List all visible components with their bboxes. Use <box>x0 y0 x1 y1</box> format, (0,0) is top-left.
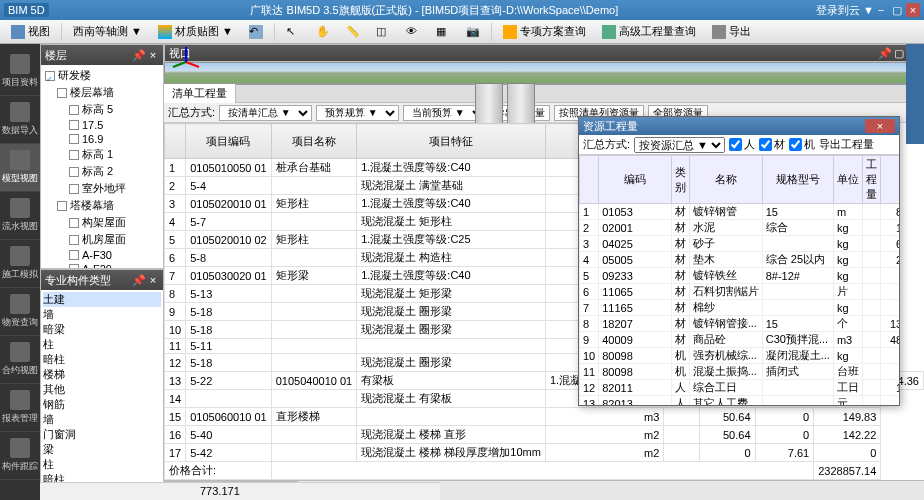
tree-node[interactable]: 门窗洞 <box>43 427 161 442</box>
grid-header[interactable]: 规格型号 <box>762 156 833 204</box>
toolbar-view[interactable]: 视图 <box>4 21 57 42</box>
grid-row[interactable]: 509233材镀锌铁丝8#-12#kg11.8353.8545.56 <box>580 268 900 284</box>
floor-tree[interactable]: 研发楼楼层幕墙标高 517.516.9标高 1标高 2室外地坪塔楼幕墙构架屋面机… <box>41 65 163 268</box>
qty-tab[interactable]: 清单工程量 <box>164 84 236 103</box>
grid-row[interactable]: 1080098机强夯机械综...凝闭混凝土...kg2.175996.19216… <box>580 348 900 364</box>
tree-node[interactable]: 17.5 <box>43 118 161 132</box>
tree-node[interactable]: 其他 <box>43 382 161 397</box>
grid-row[interactable]: 304025材砂子kg683.0440.0427.32 <box>580 236 900 252</box>
sidebar-item-2[interactable]: 模型视图 <box>0 144 40 192</box>
panel-close-icon[interactable]: × <box>147 49 159 61</box>
toolbar-isolate[interactable]: ▦ <box>429 22 457 42</box>
grid-header[interactable]: 项目编码 <box>186 124 271 159</box>
tree-node[interactable]: 16.9 <box>43 132 161 146</box>
viewport-3d[interactable] <box>164 62 924 84</box>
minimize-button[interactable]: − <box>874 3 888 17</box>
grid-row[interactable]: 1382013人其它人工费元67.628167.63 <box>580 396 900 406</box>
tree-node[interactable]: 钢筋 <box>43 397 161 412</box>
maximize-icon[interactable]: ▢ <box>893 47 905 59</box>
checkbox[interactable] <box>69 235 79 245</box>
grid-header[interactable]: 项目名称 <box>271 124 356 159</box>
sidebar-item-1[interactable]: 数据导入 <box>0 96 40 144</box>
tree-node[interactable]: 构架屋面 <box>43 214 161 231</box>
grid-row[interactable]: 818207材镀锌钢管接...15个1383.8410.52719.6 <box>580 316 900 332</box>
toolbar-hide[interactable]: 👁 <box>399 22 427 42</box>
component-type-tree[interactable]: 土建墙暗梁柱暗柱楼梯其他钢筋墙门窗洞梁柱暗柱其他给排水管道(水)阀门法兰(水)管… <box>41 290 163 500</box>
sidebar-item-3[interactable]: 流水视图 <box>0 192 40 240</box>
toolbar-camera[interactable]: 📷 <box>459 22 487 42</box>
tree-node[interactable]: 标高 2 <box>43 163 161 180</box>
grid-header[interactable]: 单位 <box>833 156 862 204</box>
tree-node[interactable]: A-F30 <box>43 248 161 262</box>
toolbar-select[interactable]: ↖ <box>279 22 307 42</box>
checkbox[interactable] <box>69 105 79 115</box>
grid-header[interactable]: 名称 <box>689 156 762 204</box>
toolbar-pan[interactable]: ✋ <box>309 22 337 42</box>
check-material[interactable]: 材 <box>759 137 785 152</box>
resource-export-button[interactable]: 导出工程量 <box>819 137 874 152</box>
grid-row[interactable]: 405005材垫木综合 25以内kg262.0590.45117.93 <box>580 252 900 268</box>
checkbox[interactable] <box>57 88 67 98</box>
grid-header[interactable] <box>165 124 186 159</box>
grid-row[interactable]: 202001材水泥综合kg113.2770.3741.91 <box>580 220 900 236</box>
tree-node[interactable]: 标高 1 <box>43 146 161 163</box>
tree-node[interactable]: 墙 <box>43 307 161 322</box>
sidebar-item-0[interactable]: 项目资料 <box>0 48 40 96</box>
checkbox[interactable] <box>57 201 67 211</box>
checkbox[interactable] <box>69 250 79 260</box>
toolbar-adv-qty-query[interactable]: 高级工程量查询 <box>595 21 703 42</box>
grid-row[interactable]: 711165材棉纱kg19.4434.6790.8 <box>580 300 900 316</box>
tree-node[interactable]: 楼层幕墙 <box>43 84 161 101</box>
tree-node[interactable]: 土建 <box>43 292 161 307</box>
check-labor[interactable]: 人 <box>729 137 755 152</box>
grid-row[interactable]: 611065材石料切割锯片片5.25316.3886.04 <box>580 284 900 300</box>
tree-node[interactable]: 梁 <box>43 442 161 457</box>
right-collapsed-panel[interactable] <box>906 44 924 144</box>
check-machine[interactable]: 机 <box>789 137 815 152</box>
checkbox[interactable] <box>69 218 79 228</box>
toolbar-special-query[interactable]: 专项方案查询 <box>496 21 593 42</box>
resource-grid[interactable]: 编码类别名称规格型号单位工程量单价合价(元)101053材镀锌钢管15m862.… <box>579 155 899 405</box>
tree-node[interactable]: 塔楼幕墙 <box>43 197 161 214</box>
checkbox[interactable] <box>69 264 79 268</box>
filter-mode-select-1[interactable]: 按清单汇总 ▼ <box>219 105 312 121</box>
grid-row[interactable]: 175-42现浇混凝土 楼梯 梯段厚度增加10mmm207.610 <box>165 444 924 462</box>
sidebar-item-7[interactable]: 报表管理 <box>0 384 40 432</box>
axis-gizmo[interactable] <box>171 47 201 77</box>
maximize-button[interactable]: ▢ <box>890 3 904 17</box>
tree-node[interactable]: 暗梁 <box>43 322 161 337</box>
grid-row[interactable]: 101053材镀锌钢管15m862.2593.993440.41 <box>580 204 900 220</box>
toolbar-measure[interactable]: 📏 <box>339 22 367 42</box>
pin-icon[interactable]: 📌 <box>133 274 145 286</box>
checkbox[interactable] <box>69 150 79 160</box>
filter-mode-select-2[interactable]: 预算规算 ▼ <box>316 105 399 121</box>
checkbox[interactable] <box>69 134 79 144</box>
grid-header[interactable]: 类别 <box>671 156 689 204</box>
pin-icon[interactable]: 📌 <box>133 49 145 61</box>
grid-header[interactable]: 工程量 <box>862 156 880 204</box>
grid-row[interactable]: 165-40现浇混凝土 楼梯 直形m250.640142.22 <box>165 426 924 444</box>
toolbar-camera-preset[interactable]: 西南等轴测 ▼ <box>66 21 149 42</box>
toolbar-section[interactable]: ◫ <box>369 22 397 42</box>
grid-header[interactable] <box>580 156 599 204</box>
tree-node[interactable]: 研发楼 <box>43 67 161 84</box>
user-menu[interactable]: 登录到云 ▼ <box>816 3 874 18</box>
tree-node[interactable]: 室外地坪 <box>43 180 161 197</box>
grid-header[interactable]: 编码 <box>599 156 671 204</box>
pin-icon[interactable]: 📌 <box>879 47 891 59</box>
resource-win-close[interactable]: × <box>865 119 895 133</box>
grid-row[interactable]: 1282011人综合工日工日147.09132.534784.88 <box>580 380 900 396</box>
close-button[interactable]: × <box>906 3 920 17</box>
sidebar-item-8[interactable]: 构件跟踪 <box>0 432 40 480</box>
tree-node[interactable]: 暗柱 <box>43 352 161 367</box>
tree-node[interactable]: 柱 <box>43 337 161 352</box>
resource-win-titlebar[interactable]: 资源工程量 × <box>579 117 899 135</box>
checkbox[interactable] <box>45 71 55 81</box>
toolbar-export[interactable]: 导出 <box>705 21 758 42</box>
grid-header[interactable]: 单价 <box>880 156 899 204</box>
tree-node[interactable]: A-F29 <box>43 262 161 268</box>
grid-row[interactable]: 1180098机混凝土振捣...插闭式台班14.5644806990.72 <box>580 364 900 380</box>
checkbox[interactable] <box>69 167 79 177</box>
resource-mode-select[interactable]: 按资源汇总 ▼ <box>634 137 725 153</box>
tree-node[interactable]: 机房屋面 <box>43 231 161 248</box>
